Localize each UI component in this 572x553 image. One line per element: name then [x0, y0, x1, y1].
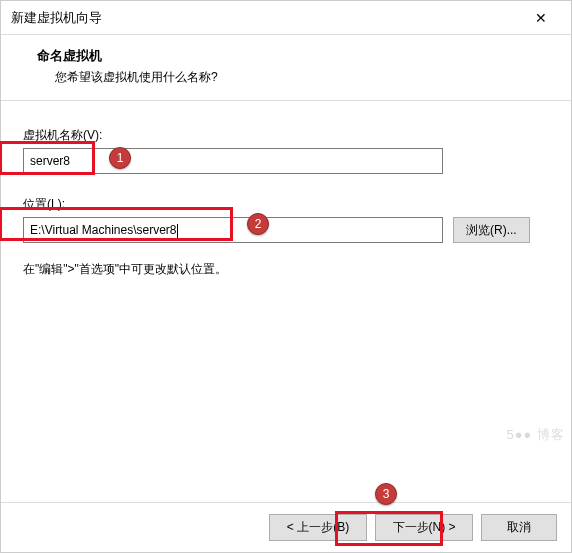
- location-hint: 在"编辑">"首选项"中可更改默认位置。: [23, 261, 549, 278]
- vm-name-label: 虚拟机名称(V):: [23, 127, 549, 144]
- titlebar: 新建虚拟机向导 ✕: [1, 1, 571, 35]
- next-button[interactable]: 下一步(N) >: [375, 514, 473, 541]
- close-icon[interactable]: ✕: [521, 3, 561, 33]
- wizard-body: 虚拟机名称(V): 位置(L): E:\Virtual Machines\ser…: [1, 101, 571, 502]
- browse-button[interactable]: 浏览(R)...: [453, 217, 530, 243]
- vm-location-value: E:\Virtual Machines\server8: [30, 223, 177, 237]
- text-caret-icon: [177, 224, 178, 238]
- wizard-header: 命名虚拟机 您希望该虚拟机使用什么名称?: [1, 35, 571, 101]
- window-title: 新建虚拟机向导: [11, 9, 521, 27]
- page-subtitle: 您希望该虚拟机使用什么名称?: [37, 69, 553, 86]
- watermark-text: 5●● 博客: [506, 426, 565, 444]
- vm-location-input[interactable]: E:\Virtual Machines\server8: [23, 217, 443, 243]
- vm-location-label: 位置(L):: [23, 196, 549, 213]
- page-title: 命名虚拟机: [37, 47, 553, 65]
- wizard-window: 新建虚拟机向导 ✕ 命名虚拟机 您希望该虚拟机使用什么名称? 虚拟机名称(V):…: [0, 0, 572, 553]
- wizard-footer: < 上一步(B) 下一步(N) > 取消 3: [1, 502, 571, 552]
- cancel-button[interactable]: 取消: [481, 514, 557, 541]
- vm-location-field: 位置(L): E:\Virtual Machines\server8 浏览(R)…: [23, 196, 549, 243]
- vm-name-input[interactable]: [23, 148, 443, 174]
- back-button[interactable]: < 上一步(B): [269, 514, 367, 541]
- vm-name-field: 虚拟机名称(V):: [23, 127, 549, 174]
